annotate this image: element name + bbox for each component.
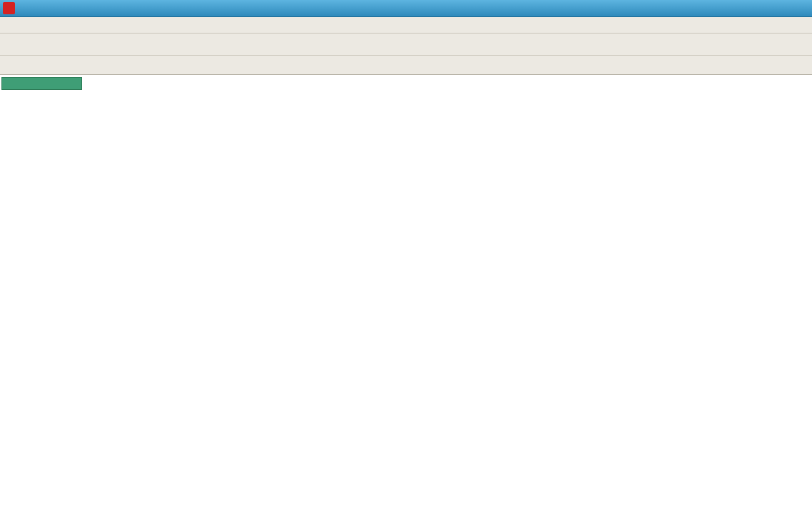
parameter-panel xyxy=(1,77,82,91)
instrument-name xyxy=(1,77,82,90)
main-toolbar xyxy=(0,34,812,56)
gann-wheel-chart[interactable] xyxy=(0,75,812,503)
title-bar xyxy=(0,0,812,17)
menu-bar xyxy=(0,17,812,34)
gann-wheel-svg[interactable] xyxy=(0,75,812,503)
app-logo xyxy=(3,2,15,14)
draw-toolbar xyxy=(0,56,812,75)
